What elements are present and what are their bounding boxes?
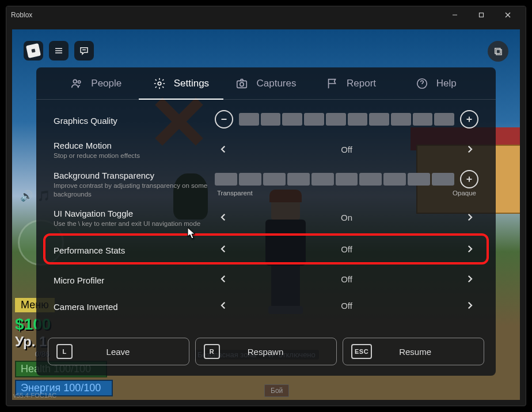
tab-report[interactable]: Report [309, 67, 394, 99]
tab-settings[interactable]: Settings [139, 67, 224, 99]
tab-bar: People Settings Captures Report Help [36, 67, 496, 100]
windows-overlay-button[interactable] [488, 41, 508, 62]
button-label: Leave [73, 347, 164, 357]
chevron-right-icon [465, 271, 475, 287]
flag-icon [326, 77, 339, 90]
chevron-right-icon [465, 141, 475, 157]
toggle-value: Off [341, 244, 352, 254]
prev-button[interactable] [215, 141, 232, 158]
settings-list: Graphics Quality [36, 100, 496, 331]
hamburger-menu-button[interactable] [49, 41, 69, 61]
next-button[interactable] [461, 240, 478, 258]
action-button-row: L Leave R Respawn ESC Resume [36, 331, 496, 376]
plus-icon [464, 174, 474, 184]
quality-slider[interactable] [239, 113, 454, 126]
app-window: Roblox 🔊 🎵 [6, 6, 526, 406]
slider-left-label: Transparent [217, 190, 253, 196]
version-label: v55.4-FOC1AC [13, 392, 56, 399]
svg-rect-9 [496, 50, 501, 55]
prev-button[interactable] [215, 270, 232, 288]
next-button[interactable] [461, 141, 478, 158]
titlebar: Roblox [6, 6, 526, 24]
tab-help[interactable]: Help [393, 67, 478, 99]
tab-label: Report [347, 78, 376, 89]
tab-label: Help [436, 78, 457, 89]
setting-desc: Use the \ key to enter and exit UI navig… [54, 220, 209, 228]
resume-button[interactable]: ESC Resume [343, 338, 484, 365]
setting-micro-profiler: Micro Profiler Off [54, 266, 478, 292]
prev-button[interactable] [215, 240, 232, 258]
chat-button[interactable] [74, 41, 94, 61]
setting-title: Camera Inverted [54, 302, 209, 312]
setting-title: Reduce Motion [54, 141, 209, 150]
setting-bg-transparency: Background Transparency Improve contrast… [54, 164, 478, 202]
next-button[interactable] [461, 270, 478, 288]
next-button[interactable] [461, 297, 478, 314]
setting-graphics-quality: Graphics Quality [54, 104, 478, 134]
respawn-button[interactable]: R Respawn [195, 338, 337, 365]
svg-rect-1 [480, 13, 484, 17]
people-icon [70, 77, 83, 90]
help-icon [416, 77, 428, 90]
button-label: Resume [372, 347, 458, 357]
svg-rect-8 [495, 48, 500, 54]
setting-title: Background Transparency [54, 171, 209, 180]
tab-people[interactable]: People [54, 67, 139, 99]
setting-title: UI Navigation Toggle [54, 209, 209, 218]
increase-button[interactable] [460, 170, 478, 188]
chevron-left-icon [218, 241, 229, 257]
leave-button[interactable]: L Leave [48, 338, 189, 365]
prev-button[interactable] [215, 297, 232, 314]
chevron-left-icon [218, 271, 229, 287]
chevron-left-icon [218, 141, 229, 157]
chevron-right-icon [465, 209, 475, 225]
keycap: ESC [351, 344, 372, 359]
setting-title: Graphics Quality [54, 116, 209, 126]
close-button[interactable] [495, 6, 521, 24]
tab-captures[interactable]: Captures [223, 67, 309, 99]
setting-title: Performance Stats [54, 245, 209, 255]
svg-rect-13 [237, 81, 247, 88]
prev-button[interactable] [215, 209, 232, 226]
hamburger-icon [54, 46, 64, 56]
next-button[interactable] [461, 209, 478, 226]
minus-icon [219, 114, 229, 124]
game-viewport: 🔊 🎵 Меню $100 Ур. 1 0/86 Health 100/100 … [12, 29, 520, 400]
svg-point-12 [158, 82, 161, 85]
tab-label: Settings [174, 78, 209, 89]
svg-point-10 [74, 80, 77, 83]
settings-panel: People Settings Captures Report Help [36, 67, 496, 376]
setting-title: Micro Profiler [54, 275, 209, 285]
chat-icon [79, 46, 89, 56]
hud-fight-label[interactable]: Бой [264, 384, 289, 397]
toggle-value: Off [341, 301, 352, 311]
roblox-logo-button[interactable] [24, 41, 43, 61]
roblox-logo-icon [26, 43, 41, 58]
toggle-value: Off [341, 274, 352, 284]
tab-label: Captures [256, 78, 296, 89]
slider-right-label: Opaque [453, 190, 476, 196]
maximize-button[interactable] [468, 6, 495, 24]
setting-desc: Improve contrast by adjusting transparen… [54, 182, 209, 199]
camera-icon [235, 77, 248, 90]
tab-label: People [91, 78, 121, 89]
minimize-button[interactable] [442, 6, 468, 24]
gear-icon [153, 77, 166, 90]
setting-reduce-motion: Reduce Motion Stop or reduce motion effe… [54, 134, 478, 164]
window-title: Roblox [11, 11, 32, 19]
chevron-right-icon [465, 241, 475, 257]
svg-point-14 [240, 82, 244, 86]
button-label: Respawn [220, 347, 311, 357]
toggle-value: On [341, 213, 352, 222]
highlight-annotation: Performance Stats Off [43, 233, 489, 264]
windows-icon [493, 46, 503, 56]
increase-button[interactable] [460, 110, 478, 128]
setting-camera-inverted: Camera Inverted Off [54, 292, 478, 319]
decrease-button[interactable] [215, 110, 233, 128]
transparency-slider[interactable] [215, 173, 454, 186]
toggle-value: Off [341, 145, 352, 154]
chevron-left-icon [218, 297, 229, 313]
svg-point-11 [78, 81, 81, 83]
keycap: L [56, 344, 73, 359]
plus-icon [464, 114, 474, 124]
